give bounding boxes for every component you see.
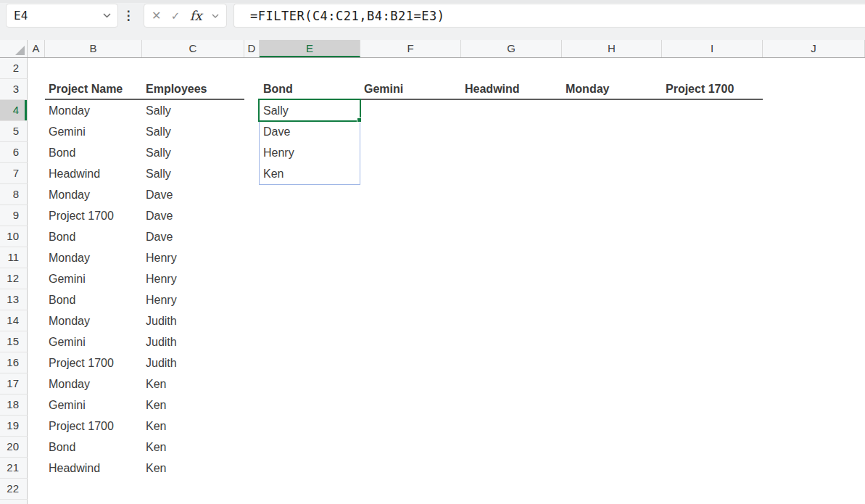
fill-handle[interactable]: [357, 117, 362, 123]
cell-B18[interactable]: Gemini: [45, 394, 142, 416]
cell-C13[interactable]: Henry: [142, 289, 244, 310]
grid-cells: Project NameEmployeesMondaySallyGeminiSa…: [0, 0, 865, 504]
cell-C20[interactable]: Ken: [142, 437, 244, 458]
cell-C7[interactable]: Sally: [142, 163, 244, 184]
cell-C9[interactable]: Dave: [142, 205, 244, 226]
cell-B11[interactable]: Monday: [45, 247, 142, 268]
cell-E6[interactable]: Henry: [260, 142, 360, 163]
cell-B10[interactable]: Bond: [45, 226, 142, 247]
cell-B20[interactable]: Bond: [45, 437, 142, 458]
cell-C18[interactable]: Ken: [142, 394, 244, 416]
cell-B6[interactable]: Bond: [45, 142, 142, 163]
cell-E7[interactable]: Ken: [260, 163, 360, 184]
cell-E3[interactable]: Bond: [260, 79, 360, 100]
cell-I3[interactable]: Project 1700: [662, 79, 763, 100]
cell-C15[interactable]: Judith: [142, 331, 244, 352]
cell-C3[interactable]: Employees: [142, 79, 244, 100]
cell-B21[interactable]: Headwind: [45, 458, 142, 479]
cell-C10[interactable]: Dave: [142, 226, 244, 247]
cell-B12[interactable]: Gemini: [45, 268, 142, 289]
cell-F3[interactable]: Gemini: [360, 79, 461, 100]
cell-B8[interactable]: Monday: [45, 184, 142, 205]
cell-B13[interactable]: Bond: [45, 289, 142, 310]
cell-B4[interactable]: Monday: [45, 100, 142, 121]
cell-C12[interactable]: Henry: [142, 268, 244, 289]
cell-C16[interactable]: Judith: [142, 352, 244, 373]
cell-E5[interactable]: Dave: [260, 121, 360, 142]
cell-G3[interactable]: Headwind: [461, 79, 562, 100]
cell-C8[interactable]: Dave: [142, 184, 244, 205]
cell-B5[interactable]: Gemini: [45, 121, 142, 142]
cell-C19[interactable]: Ken: [142, 416, 244, 437]
cell-C6[interactable]: Sally: [142, 142, 244, 163]
cell-C14[interactable]: Judith: [142, 310, 244, 331]
cell-B15[interactable]: Gemini: [45, 331, 142, 352]
cell-B16[interactable]: Project 1700: [45, 352, 142, 373]
cell-B9[interactable]: Project 1700: [45, 205, 142, 226]
cell-B17[interactable]: Monday: [45, 373, 142, 394]
cell-C5[interactable]: Sally: [142, 121, 244, 142]
cell-B19[interactable]: Project 1700: [45, 416, 142, 437]
cell-C17[interactable]: Ken: [142, 373, 244, 394]
cell-B3[interactable]: Project Name: [45, 79, 142, 100]
cell-C4[interactable]: Sally: [142, 100, 244, 121]
cell-B14[interactable]: Monday: [45, 310, 142, 331]
cell-B7[interactable]: Headwind: [45, 163, 142, 184]
cell-C21[interactable]: Ken: [142, 458, 244, 479]
cell-E4[interactable]: Sally: [260, 100, 360, 121]
cell-H3[interactable]: Monday: [562, 79, 662, 100]
cell-C11[interactable]: Henry: [142, 247, 244, 268]
